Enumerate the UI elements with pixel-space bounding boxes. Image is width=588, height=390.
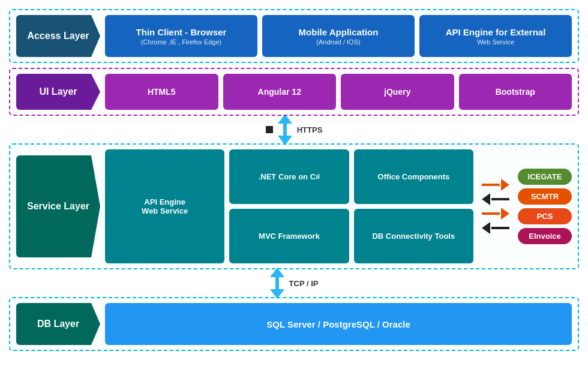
db-layer-row: DB Layer SQL Server / PostgreSQL / Oracl… xyxy=(9,297,579,351)
tcpip-connector: TCP / IP xyxy=(9,274,579,292)
orange-arrow xyxy=(501,179,509,191)
https-label: HTTPS xyxy=(297,125,323,134)
api-engine-ext-block: API Engine for External Web Service xyxy=(419,15,572,57)
ext-arrow-pair-4 xyxy=(482,222,509,234)
service-layer-label: Service Layer xyxy=(16,155,100,257)
mvc-block: MVC Framework xyxy=(229,209,349,263)
external-connector-area: ICEGATE SCMTR PCS EInvoice xyxy=(482,149,572,263)
access-layer-label: Access Layer xyxy=(16,15,100,57)
office-components-block: Office Components xyxy=(354,149,473,204)
scmtr-badge: SCMTR xyxy=(518,188,572,205)
black-bar xyxy=(491,198,509,200)
diagram-container: Access Layer Thin Client - Browser (Chro… xyxy=(0,0,588,390)
orange-bar-2 xyxy=(482,212,500,215)
https-connector: HTTPS xyxy=(9,121,579,139)
ui-layer-row: UI Layer HTML5 Angular 12 jQuery Bootstr… xyxy=(9,68,579,116)
ext-arrow-pair-1 xyxy=(482,179,509,191)
connector-square xyxy=(266,126,273,133)
ui-layer-label: UI Layer xyxy=(16,74,100,110)
orange-bar xyxy=(482,184,500,186)
ext-arrow-pair-3 xyxy=(482,208,509,220)
black-arrow-left-2 xyxy=(482,222,490,234)
access-layer-row: Access Layer Thin Client - Browser (Chro… xyxy=(9,9,579,63)
angular-block: Angular 12 xyxy=(223,74,337,110)
orange-arrow-2 xyxy=(501,208,509,220)
black-bar-2 xyxy=(491,227,509,229)
mobile-app-block: Mobile Application (Android / IOS) xyxy=(262,15,415,57)
tcpip-arrow xyxy=(270,268,284,299)
dotnet-block: .NET Core on C# xyxy=(229,149,349,204)
db-layer-label: DB Layer xyxy=(16,303,100,345)
ext-arrow-pair-2 xyxy=(482,193,509,205)
external-services-list: ICEGATE SCMTR PCS EInvoice xyxy=(518,169,572,244)
html5-block: HTML5 xyxy=(105,74,218,110)
black-arrow-left xyxy=(482,193,490,205)
service-inner-grid: .NET Core on C# Office Components API En… xyxy=(105,149,473,263)
icegate-badge: ICEGATE xyxy=(518,169,572,185)
tcpip-label: TCP / IP xyxy=(289,279,319,288)
api-engine-svc-block: API Engine Web Service xyxy=(105,149,224,263)
https-arrow xyxy=(278,114,292,145)
db-connectivity-block: DB Connectivity Tools xyxy=(354,209,473,263)
jquery-block: jQuery xyxy=(341,74,454,110)
service-layer-row: Service Layer .NET Core on C# Office Com… xyxy=(9,143,579,269)
thin-client-block: Thin Client - Browser (Chrome ,IE , Fire… xyxy=(105,15,257,57)
ext-arrows xyxy=(482,179,509,234)
einvoice-badge: EInvoice xyxy=(518,228,572,244)
bootstrap-block: Bootstrap xyxy=(459,74,572,110)
arrow-bar xyxy=(283,124,287,136)
pcs-badge: PCS xyxy=(518,208,572,224)
tcpip-bar xyxy=(275,277,279,289)
db-block: SQL Server / PostgreSQL / Oracle xyxy=(105,303,572,345)
